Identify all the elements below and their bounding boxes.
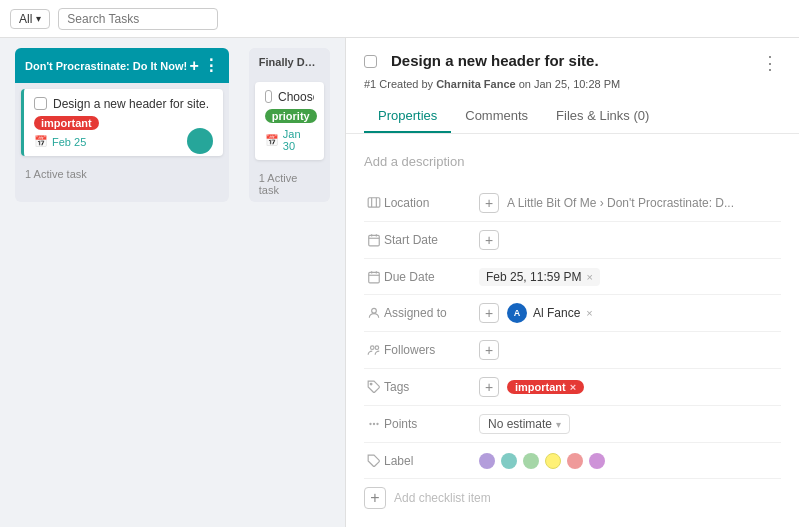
kanban-col-2: Finally Decided t Choose winne priority … (249, 48, 330, 202)
tags-add-button[interactable]: + (479, 377, 499, 397)
detail-title-row: Design a new header for site. ⋮ (364, 52, 781, 74)
detail-tabs: Properties Comments Files & Links (0) (364, 100, 781, 133)
tab-comments[interactable]: Comments (451, 100, 542, 133)
svg-point-10 (371, 346, 375, 350)
detail-more-button[interactable]: ⋮ (759, 52, 781, 74)
kanban-col-1-header: Don't Procrastinate: Do It Now! + ⋮ (15, 48, 229, 83)
card2-date: 📅 Jan 30 (265, 128, 314, 152)
task-detail-panel: Design a new header for site. ⋮ #1 Creat… (345, 38, 799, 527)
card1-header: Design a new header for site. (34, 97, 213, 111)
svg-point-9 (372, 308, 377, 313)
points-icon (364, 417, 384, 431)
assigned-add-button[interactable]: + (479, 303, 499, 323)
followers-add-button[interactable]: + (479, 340, 499, 360)
kanban-card-2[interactable]: Choose winne priority 📅 Jan 30 (255, 82, 324, 160)
location-text: A Little Bit Of Me › Don't Procrastinate… (507, 196, 734, 210)
points-value: No estimate (488, 417, 552, 431)
due-date-value: Feb 25, 11:59 PM × (479, 268, 600, 286)
start-date-icon (364, 233, 384, 247)
due-date-text: Feb 25, 11:59 PM (486, 270, 581, 284)
color-dot-purple[interactable] (479, 453, 495, 469)
card1-avatar (187, 128, 213, 154)
card2-header: Choose winne (265, 90, 314, 104)
kanban-card-1[interactable]: Design a new header for site. important … (21, 89, 223, 156)
detail-header: Design a new header for site. ⋮ #1 Creat… (346, 38, 799, 134)
assignee-name: Al Fance (533, 306, 580, 320)
color-dot-green[interactable] (523, 453, 539, 469)
chevron-down-icon: ▾ (36, 13, 41, 24)
tab-files-links[interactable]: Files & Links (0) (542, 100, 663, 133)
followers-label: Followers (384, 343, 479, 357)
assigned-icon (364, 306, 384, 320)
card1-date: 📅 Feb 25 (34, 135, 213, 148)
prop-row-assigned: Assigned to + A Al Fance × (364, 295, 781, 332)
checklist-input-placeholder[interactable]: Add checklist item (394, 491, 491, 505)
tags-icon (364, 380, 384, 394)
svg-rect-5 (369, 272, 380, 283)
search-input[interactable] (58, 8, 218, 30)
location-value: A Little Bit Of Me › Don't Procrastinate… (507, 196, 734, 210)
svg-point-11 (375, 346, 379, 350)
prop-row-due-date: Due Date Feb 25, 11:59 PM × (364, 259, 781, 295)
kanban-col-1-title: Don't Procrastinate: Do It Now! (25, 60, 187, 72)
chevron-down-icon-points: ▾ (556, 419, 561, 430)
calendar-icon-2: 📅 (265, 134, 279, 147)
color-dot-yellow[interactable] (545, 453, 561, 469)
top-bar: All ▾ (0, 0, 799, 38)
prop-row-location: Location + A Little Bit Of Me › Don't Pr… (364, 185, 781, 222)
detail-meta: #1 Created by Charnita Fance on Jan 25, … (364, 78, 781, 90)
label-icon (364, 454, 384, 468)
checklist-add-row: + Add checklist item (364, 479, 781, 517)
svg-rect-0 (368, 198, 380, 207)
start-date-label: Start Date (384, 233, 479, 247)
tag-important-chip[interactable]: important × (507, 380, 584, 394)
calendar-icon: 📅 (34, 135, 48, 148)
filter-label: All (19, 12, 32, 26)
location-icon (364, 196, 384, 210)
detail-body: Add a description Location + A Little Bi… (346, 134, 799, 527)
filter-dropdown[interactable]: All ▾ (10, 9, 50, 29)
due-date-chip[interactable]: Feb 25, 11:59 PM × (479, 268, 600, 286)
col2-active-count: 1 Active task (249, 166, 330, 202)
tab-properties[interactable]: Properties (364, 100, 451, 133)
card2-title: Choose winne (278, 90, 314, 104)
prop-row-label: Label (364, 443, 781, 479)
detail-meta-author: Charnita Fance (436, 78, 515, 90)
svg-point-12 (370, 383, 372, 385)
main-layout: Don't Procrastinate: Do It Now! + ⋮ Desi… (0, 38, 799, 527)
color-dot-red[interactable] (567, 453, 583, 469)
color-dot-teal[interactable] (501, 453, 517, 469)
detail-meta-prefix: #1 Created by (364, 78, 433, 90)
detail-meta-date: on Jan 25, 10:28 PM (519, 78, 621, 90)
due-date-icon (364, 270, 384, 284)
kanban-col-2-header: Finally Decided t (249, 48, 330, 76)
points-label: Points (384, 417, 479, 431)
col1-add-icon[interactable]: + (189, 57, 198, 75)
kanban-columns: Don't Procrastinate: Do It Now! + ⋮ Desi… (0, 38, 345, 212)
assigned-value: A Al Fance × (507, 303, 593, 323)
label-color-dots (479, 453, 605, 469)
start-date-add-button[interactable]: + (479, 230, 499, 250)
detail-task-checkbox[interactable] (364, 55, 377, 68)
col1-active-count: 1 Active task (15, 162, 229, 186)
assignee-avatar: A (507, 303, 527, 323)
add-description[interactable]: Add a description (364, 146, 781, 177)
svg-rect-1 (369, 235, 380, 246)
kanban-area: Don't Procrastinate: Do It Now! + ⋮ Desi… (0, 38, 345, 527)
kanban-col-2-title: Finally Decided t (259, 56, 320, 68)
prop-row-followers: Followers + (364, 332, 781, 369)
location-label: Location (384, 196, 479, 210)
assignee-remove[interactable]: × (586, 307, 592, 319)
tag-remove[interactable]: × (570, 381, 576, 393)
kanban-col-1: Don't Procrastinate: Do It Now! + ⋮ Desi… (15, 48, 229, 202)
prop-row-points: Points No estimate ▾ (364, 406, 781, 443)
prop-row-tags: Tags + important × (364, 369, 781, 406)
points-dropdown[interactable]: No estimate ▾ (479, 414, 570, 434)
checklist-add-button[interactable]: + (364, 487, 386, 509)
col1-more-icon[interactable]: ⋮ (203, 56, 219, 75)
due-date-remove[interactable]: × (586, 271, 592, 283)
color-dot-pink[interactable] (589, 453, 605, 469)
card2-checkbox[interactable] (265, 90, 272, 103)
card1-checkbox[interactable] (34, 97, 47, 110)
location-add-button[interactable]: + (479, 193, 499, 213)
